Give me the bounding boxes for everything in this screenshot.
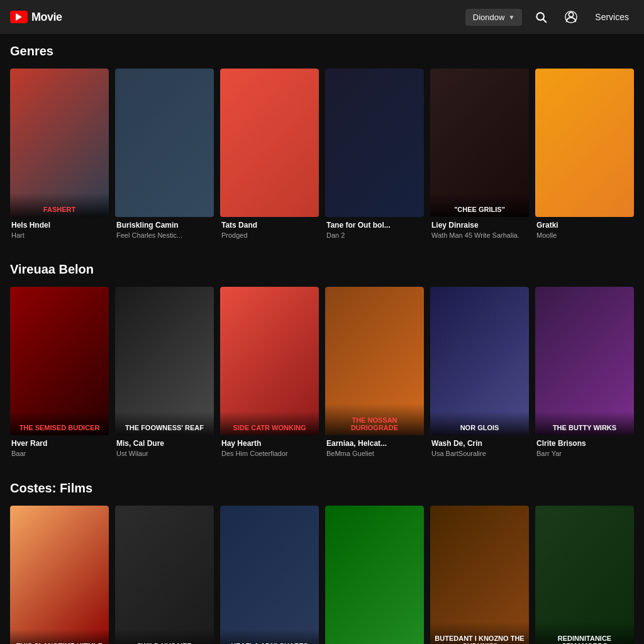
- youtube-logo-icon: [10, 11, 28, 23]
- chevron-down-icon: ▼: [508, 14, 514, 21]
- app-header: Movie Diondow ▼ Services: [0, 0, 644, 34]
- svg-point-2: [569, 13, 574, 17]
- search-button[interactable]: [530, 6, 552, 28]
- movie-thumbnail: REDINNITANICE SEMAMORDS: [535, 506, 634, 644]
- services-button[interactable]: Services: [590, 9, 634, 25]
- movie-card[interactable]: GratkiMoolle: [535, 69, 634, 242]
- movie-card[interactable]: NOR GLOISWash De, CrinUsa BartSouralire: [430, 287, 529, 460]
- movie-info: Earniaa, Helcat...BeMma Gueliet: [325, 435, 424, 461]
- movie-thumbnail: SIDE CATR WONKING: [220, 287, 319, 435]
- movie-subtitle: BeMma Gueliet: [326, 449, 423, 458]
- movie-info: GratkiMoolle: [535, 217, 634, 243]
- movie-title: Gratki: [536, 221, 633, 231]
- movie-subtitle: Hart: [11, 231, 108, 240]
- dropdown-button[interactable]: Diondow ▼: [465, 9, 523, 26]
- movie-info: Wash De, CrinUsa BartSouralire: [430, 435, 529, 461]
- movie-thumbnail: THE SEMISED BUDICER: [10, 287, 109, 435]
- movie-subtitle: Dan 2: [326, 231, 423, 240]
- movie-info: Buriskling CaminFeel Charles Nestic...: [115, 217, 214, 243]
- movie-subtitle: Baar: [11, 449, 108, 458]
- movie-card[interactable]: Tats DandProdged: [220, 69, 319, 242]
- movie-thumbnail: [325, 506, 424, 644]
- movie-thumbnail: THE NOSSAN DURIOGRADE: [325, 287, 424, 435]
- movie-subtitle: Barr Yar: [536, 449, 633, 458]
- movie-card[interactable]: Tane for Out bol...Dan 2: [325, 69, 424, 242]
- header-right: Diondow ▼ Services: [465, 6, 634, 28]
- movie-title: Buriskling Camin: [116, 221, 213, 231]
- movie-info: Hels HndelHart: [10, 217, 109, 243]
- section-vireuaa-belon: Vireuaa BelonTHE SEMISED BUDICERHver Rar…: [0, 252, 644, 470]
- movie-title: Tats Dand: [221, 221, 318, 231]
- movie-grid-genres: FASHERTHels HndelHartBuriskling CaminFee…: [0, 69, 644, 252]
- movie-subtitle: Feel Charles Nestic...: [116, 231, 213, 240]
- search-icon: [535, 11, 547, 23]
- movie-thumbnail: SWILD NUSAIER: [115, 506, 214, 644]
- movie-title: Clrite Brisons: [536, 439, 633, 449]
- movie-title: Tane for Out bol...: [326, 221, 423, 231]
- app-title: Movie: [31, 11, 62, 24]
- movie-subtitle: Ust Wilaur: [116, 449, 213, 458]
- dropdown-label: Diondow: [473, 13, 505, 22]
- movie-thumbnail: BUTEDANT I KNOZNO THE CUDKNIS": [430, 506, 529, 644]
- movie-card[interactable]: THIS SLANOTIME KITMLETriss Billunh...Mag…: [10, 506, 109, 644]
- movie-card[interactable]: REDINNITANICE SEMAMORDSCurewina FloNewbo…: [535, 506, 634, 644]
- movie-card[interactable]: THE BUTTY WIRKSClrite BrisonsBarr Yar: [535, 287, 634, 460]
- section-title-vireuaa-belon: Vireuaa Belon: [10, 262, 634, 277]
- main-content: GenresFASHERTHels HndelHartBuriskling Ca…: [0, 34, 644, 644]
- movie-info: Tane for Out bol...Dan 2: [325, 217, 424, 243]
- movie-grid-vireuaa-belon: THE SEMISED BUDICERHver RardBaarTHE FOOW…: [0, 287, 644, 470]
- movie-info: Clrite BrisonsBarr Yar: [535, 435, 634, 461]
- movie-card[interactable]: Doan Mars ReporesLercinity Dian...: [325, 506, 424, 644]
- movie-card[interactable]: BUTEDANT I KNOZNO THE CUDKNIS"Har Falmhs…: [430, 506, 529, 644]
- movie-thumbnail: FASHERT: [10, 69, 109, 217]
- movie-thumbnail: "CHEE GRILIS": [430, 69, 529, 217]
- movie-subtitle: Des Him Coeterfiador: [221, 449, 318, 458]
- svg-line-1: [543, 19, 547, 23]
- movie-thumbnail: [535, 69, 634, 217]
- movie-card[interactable]: "CHEE GRILIS"Liey DinraiseWath Man 45 Wr…: [430, 69, 529, 242]
- movie-title: Mis, Cal Dure: [116, 439, 213, 449]
- movie-card[interactable]: HEAZLA ADNI CHAEESDurk SallsBn Cassiny: [220, 506, 319, 644]
- movie-thumbnail: HEAZLA ADNI CHAEES: [220, 506, 319, 644]
- movie-info: Liey DinraiseWath Man 45 Write Sarhalia.: [430, 217, 529, 243]
- movie-info: Tats DandProdged: [220, 217, 319, 243]
- movie-thumbnail: THE FOOWNESS' REAF: [115, 287, 214, 435]
- section-title-genres: Genres: [10, 44, 634, 58]
- movie-title: Hver Rard: [11, 439, 108, 449]
- movie-thumbnail: THE BUTTY WIRKS: [535, 287, 634, 435]
- movie-card[interactable]: Buriskling CaminFeel Charles Nestic...: [115, 69, 214, 242]
- section-title-costes-films: Costes: Films: [10, 481, 634, 496]
- movie-info: Hay HearthDes Him Coeterfiador: [220, 435, 319, 461]
- account-button[interactable]: [560, 6, 582, 28]
- movie-thumbnail: [325, 69, 424, 217]
- movie-subtitle: Wath Man 45 Write Sarhalia.: [431, 231, 528, 240]
- movie-thumbnail: [115, 69, 214, 217]
- movie-subtitle: Moolle: [536, 231, 633, 240]
- movie-card[interactable]: THE NOSSAN DURIOGRADEEarniaa, Helcat...B…: [325, 287, 424, 460]
- movie-info: Hver RardBaar: [10, 435, 109, 461]
- movie-title: Hels Hndel: [11, 221, 108, 231]
- movie-title: Wash De, Crin: [431, 439, 528, 449]
- movie-thumbnail: THIS SLANOTIME KITMLE: [10, 506, 109, 644]
- movie-card[interactable]: SIDE CATR WONKINGHay HearthDes Him Coete…: [220, 287, 319, 460]
- movie-info: Mis, Cal DureUst Wilaur: [115, 435, 214, 461]
- logo-area: Movie: [10, 11, 62, 24]
- movie-card[interactable]: THE SEMISED BUDICERHver RardBaar: [10, 287, 109, 460]
- account-icon: [564, 10, 578, 24]
- movie-card[interactable]: SWILD NUSAIERDelabuin Ariters...Hin IS.R…: [115, 506, 214, 644]
- movie-card[interactable]: THE FOOWNESS' REAFMis, Cal DureUst Wilau…: [115, 287, 214, 460]
- movie-subtitle: Usa BartSouralire: [431, 449, 528, 458]
- movie-title: Liey Dinraise: [431, 221, 528, 231]
- movie-grid-costes-films: THIS SLANOTIME KITMLETriss Billunh...Mag…: [0, 506, 644, 644]
- movie-thumbnail: [220, 69, 319, 217]
- movie-card[interactable]: FASHERTHels HndelHart: [10, 69, 109, 242]
- movie-thumbnail: NOR GLOIS: [430, 287, 529, 435]
- section-costes-films: Costes: FilmsTHIS SLANOTIME KITMLETriss …: [0, 471, 644, 644]
- movie-subtitle: Prodged: [221, 231, 318, 240]
- movie-title: Hay Hearth: [221, 439, 318, 449]
- section-genres: GenresFASHERTHels HndelHartBuriskling Ca…: [0, 34, 644, 252]
- movie-title: Earniaa, Helcat...: [326, 439, 423, 449]
